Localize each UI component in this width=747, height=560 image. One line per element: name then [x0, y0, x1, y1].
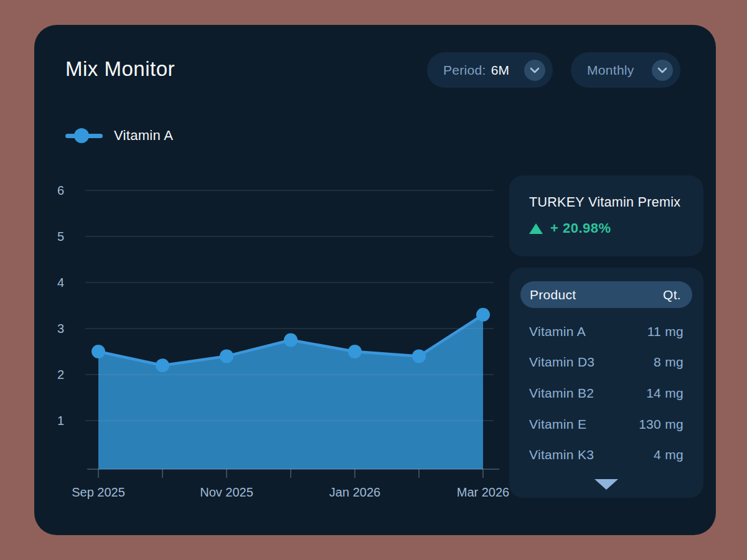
svg-text:Nov 2025: Nov 2025 — [200, 485, 253, 499]
product-qty: 8 mg — [654, 355, 684, 370]
product-qty: 130 mg — [639, 417, 684, 432]
summary-card: TURKEY Vitamin Premix + 20.98% — [509, 175, 703, 256]
dashboard-card: Mix Monitor Period: 6M Monthly Vitamin A… — [34, 25, 716, 535]
product-name: Vitamin A — [529, 324, 586, 339]
product-qty: 14 mg — [646, 386, 684, 401]
table-header: Product Qt. — [520, 281, 692, 308]
svg-text:2: 2 — [57, 368, 64, 381]
column-header-qty: Qt. — [663, 287, 681, 302]
svg-text:Sep 2025: Sep 2025 — [72, 485, 125, 499]
summary-change: + 20.98% — [529, 220, 611, 236]
svg-text:3: 3 — [57, 322, 64, 335]
table-row: Vitamin A 11 mg — [529, 316, 684, 347]
product-table-card: Product Qt. Vitamin A 11 mg Vitamin D3 8… — [509, 268, 703, 498]
table-row: Vitamin E 130 mg — [529, 409, 684, 440]
svg-text:5: 5 — [57, 230, 64, 243]
summary-card-title: TURKEY Vitamin Premix — [529, 195, 680, 210]
area-chart: 123456Sep 2025Nov 2025Jan 2026Mar 2026 — [34, 25, 532, 535]
product-name: Vitamin D3 — [529, 355, 594, 370]
scroll-more-button[interactable] — [520, 479, 692, 490]
svg-text:1: 1 — [57, 414, 64, 427]
column-header-product: Product — [530, 287, 576, 302]
table-row: Vitamin B2 14 mg — [529, 378, 684, 409]
interval-dropdown[interactable]: Monthly — [571, 52, 680, 88]
scroll-down-arrow-icon — [594, 479, 618, 490]
table-row: Vitamin K3 4 mg — [529, 439, 684, 470]
svg-text:Mar 2026: Mar 2026 — [457, 485, 510, 499]
svg-text:6: 6 — [57, 184, 64, 197]
interval-dropdown-value: Monthly — [587, 63, 634, 78]
change-percentage: + 20.98% — [550, 220, 611, 236]
svg-text:4: 4 — [57, 276, 64, 289]
table-row: Vitamin D3 8 mg — [529, 347, 684, 378]
svg-text:Jan 2026: Jan 2026 — [329, 485, 380, 499]
product-name: Vitamin B2 — [529, 386, 594, 401]
chevron-down-icon[interactable] — [652, 60, 673, 81]
table-body: Vitamin A 11 mg Vitamin D3 8 mg Vitamin … — [520, 316, 692, 470]
product-qty: 11 mg — [647, 324, 684, 339]
product-name: Vitamin E — [529, 417, 586, 432]
product-name: Vitamin K3 — [529, 447, 594, 462]
product-qty: 4 mg — [654, 447, 684, 462]
trend-up-icon — [529, 223, 543, 234]
